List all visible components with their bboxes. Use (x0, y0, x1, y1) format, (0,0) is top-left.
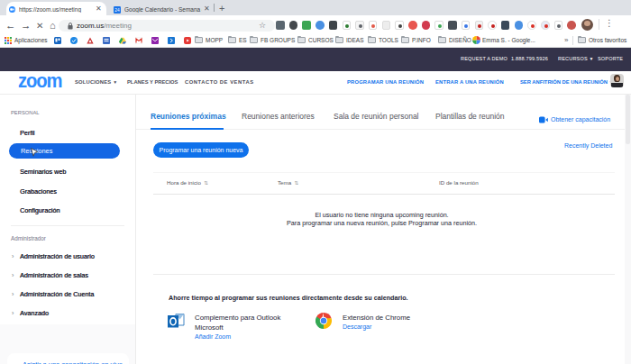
svg-text:24: 24 (114, 8, 120, 13)
